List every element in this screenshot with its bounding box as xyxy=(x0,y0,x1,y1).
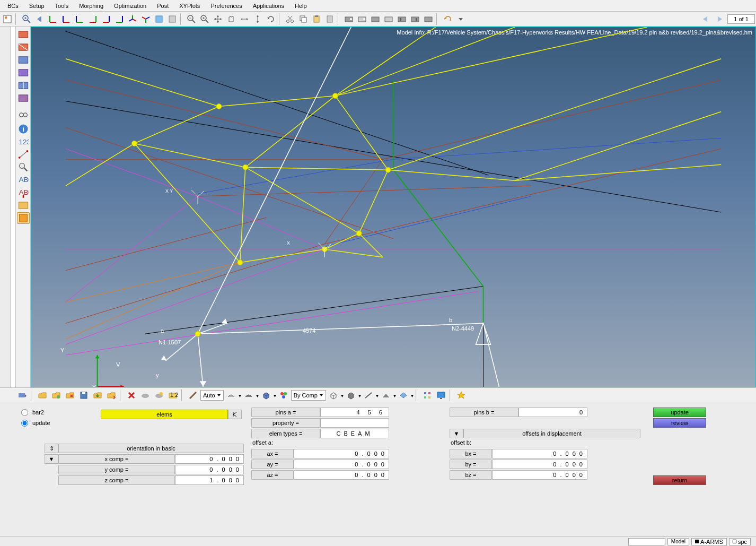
view-rxz-icon[interactable] xyxy=(100,13,112,25)
grid1-icon[interactable] xyxy=(17,54,30,66)
radio-bar2[interactable] xyxy=(21,409,28,416)
zoom-icon[interactable] xyxy=(20,13,33,25)
arrows-h-icon[interactable] xyxy=(238,13,251,25)
menu-preferences[interactable]: Preferences xyxy=(205,1,247,11)
undo-dd-icon[interactable] xyxy=(454,13,467,25)
abc-icon[interactable]: ABC xyxy=(17,174,30,186)
menu-post[interactable]: Post xyxy=(152,1,174,11)
organize-icon[interactable] xyxy=(17,200,30,211)
paste-icon[interactable] xyxy=(310,13,323,25)
tree-icon[interactable] xyxy=(421,389,434,402)
current-panel-icon[interactable] xyxy=(17,212,30,224)
menu-help[interactable]: Help xyxy=(289,1,312,11)
cap3-icon[interactable] xyxy=(369,13,382,25)
elemtypes-value[interactable]: CBEAM xyxy=(320,429,389,438)
pager-prev-icon[interactable] xyxy=(700,14,711,24)
offsets-header[interactable]: offsets in displacement xyxy=(463,429,640,438)
copy-icon[interactable] xyxy=(297,13,310,25)
shadecube-icon[interactable] xyxy=(345,389,357,402)
prev-view-icon[interactable] xyxy=(33,13,46,25)
delete-icon[interactable] xyxy=(125,389,138,402)
folder2-icon[interactable] xyxy=(50,389,63,402)
status-comp[interactable]: A-ARMS xyxy=(691,538,727,545)
bycomp-icon[interactable] xyxy=(277,389,290,402)
brush-icon[interactable] xyxy=(187,389,199,402)
pan-icon[interactable] xyxy=(225,13,238,25)
folder3-icon[interactable] xyxy=(64,389,76,402)
menu-bcs[interactable]: BCs xyxy=(2,1,24,11)
offsets-dd[interactable]: ▼ xyxy=(450,429,463,438)
import-icon[interactable] xyxy=(91,389,104,402)
view-iso-icon[interactable] xyxy=(126,13,139,25)
elems-selector[interactable]: elems xyxy=(101,410,228,419)
property-label[interactable]: property = xyxy=(251,418,320,428)
undo-icon[interactable] xyxy=(441,13,454,25)
bx-input[interactable]: 0 . 0 0 0 xyxy=(492,449,587,458)
viewport-3d[interactable]: Model Info: R:/F17/Vehicle System/Chassi… xyxy=(31,27,756,387)
view-yz-icon[interactable] xyxy=(73,13,86,25)
favorite-icon[interactable] xyxy=(455,389,468,402)
numbers-icon[interactable]: 123 xyxy=(17,136,30,148)
move-icon[interactable] xyxy=(212,13,224,25)
elemtypes-label[interactable]: elem types = xyxy=(251,429,320,438)
orientation-dd[interactable]: ▼ xyxy=(45,454,58,464)
status-spc[interactable]: spc xyxy=(729,538,751,545)
zcomp-input[interactable]: 1 . 0 0 0 xyxy=(175,475,244,485)
grid2-icon[interactable] xyxy=(17,67,30,79)
xcomp-input[interactable]: 0 . 0 0 0 xyxy=(175,454,244,464)
surf-icon[interactable] xyxy=(380,389,392,402)
grid3-icon[interactable] xyxy=(17,80,30,91)
grid4-icon[interactable] xyxy=(17,92,30,104)
cube1-icon[interactable] xyxy=(260,389,272,402)
by-input[interactable]: 0 . 0 0 0 xyxy=(492,460,587,469)
cut-icon[interactable] xyxy=(284,13,296,25)
shade1-icon[interactable] xyxy=(225,389,238,402)
radio-update[interactable] xyxy=(21,420,28,427)
elems-reset-button[interactable] xyxy=(228,410,242,419)
line-icon[interactable] xyxy=(362,389,375,402)
query-icon[interactable] xyxy=(17,161,30,173)
menu-applications[interactable]: Applications xyxy=(248,1,289,11)
paste2-icon[interactable] xyxy=(323,13,336,25)
view-iso2-icon[interactable] xyxy=(139,13,152,25)
menu-morphing[interactable]: Morphing xyxy=(74,1,109,11)
menu-setup[interactable]: Setup xyxy=(24,1,50,11)
cloud1-icon[interactable] xyxy=(139,389,152,402)
pinsb-input[interactable]: 0 xyxy=(518,408,587,417)
status-model[interactable]: Model xyxy=(667,538,689,545)
collectors-icon[interactable] xyxy=(1,13,14,25)
wirecube-icon[interactable] xyxy=(327,389,340,402)
cap6-icon[interactable] xyxy=(409,13,421,25)
view-ryz-icon[interactable] xyxy=(113,13,126,25)
mask-icon[interactable] xyxy=(17,29,30,40)
cap1-icon[interactable] xyxy=(342,13,355,25)
cap5-icon[interactable] xyxy=(395,13,408,25)
ycomp-input[interactable]: 0 . 0 0 0 xyxy=(175,465,244,474)
comp-dd-icon[interactable] xyxy=(16,389,29,402)
fit-icon[interactable] xyxy=(153,13,165,25)
ax-input[interactable]: 0 . 0 0 0 xyxy=(294,449,389,458)
save-icon[interactable] xyxy=(77,389,90,402)
cap2-icon[interactable] xyxy=(356,13,368,25)
measure-icon[interactable] xyxy=(17,149,30,160)
pager-next-icon[interactable] xyxy=(714,14,725,24)
menu-optimization[interactable]: Optimization xyxy=(109,1,152,11)
view-xy-icon[interactable] xyxy=(47,13,59,25)
cloud2-icon[interactable] xyxy=(153,389,165,402)
review-button[interactable]: review xyxy=(653,418,706,428)
auto-combo[interactable]: Auto xyxy=(200,390,224,401)
az-input[interactable]: 0 . 0 0 0 xyxy=(294,470,389,480)
transp-icon[interactable] xyxy=(397,389,410,402)
orientation-updown[interactable]: ⇕ xyxy=(45,444,58,453)
view-xz-icon[interactable] xyxy=(60,13,73,25)
monitor-icon[interactable] xyxy=(435,389,447,402)
fit-sel-icon[interactable] xyxy=(166,13,179,25)
folder1-icon[interactable] xyxy=(36,389,49,402)
ay-input[interactable]: 0 . 0 0 0 xyxy=(294,460,389,469)
info-icon[interactable]: i xyxy=(17,123,30,135)
shade2-icon[interactable] xyxy=(242,389,255,402)
menu-tools[interactable]: Tools xyxy=(50,1,74,11)
export-icon[interactable] xyxy=(105,389,118,402)
menu-xyplots[interactable]: XYPlots xyxy=(174,1,205,11)
zoom-in-icon[interactable] xyxy=(198,13,211,25)
